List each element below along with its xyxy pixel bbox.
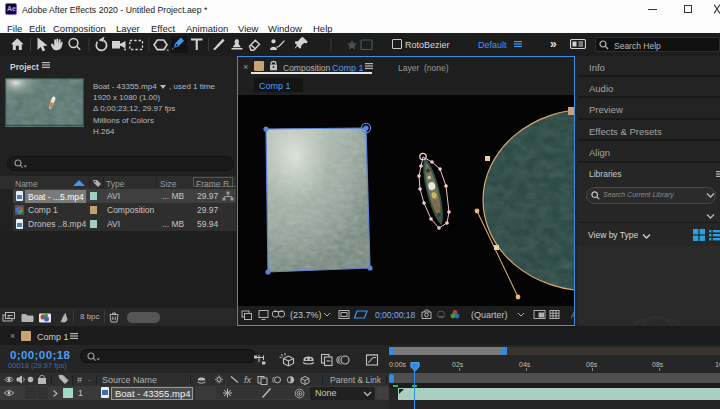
svg-text:0;00;00;18: 0;00;00;18 — [375, 310, 415, 320]
svg-text:A: A — [571, 310, 574, 320]
svg-text:(Quarter): (Quarter) — [471, 310, 508, 320]
svg-text:-: - — [88, 375, 91, 385]
svg-text:fx: fx — [244, 375, 252, 385]
svg-text:(23.7%): (23.7%) — [290, 310, 322, 320]
svg-text:#: # — [77, 375, 82, 385]
svg-text:Source Name: Source Name — [102, 375, 157, 385]
svg-text:Parent & Link: Parent & Link — [330, 375, 382, 385]
